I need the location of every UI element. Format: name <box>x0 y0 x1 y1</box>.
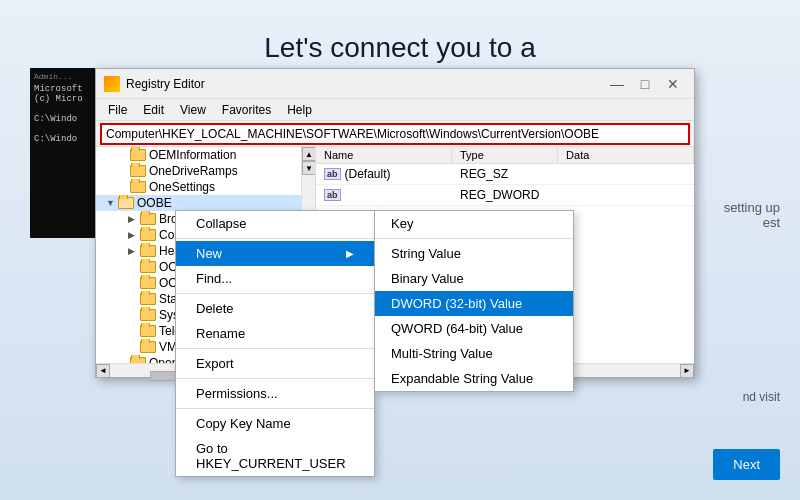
menu-file[interactable]: File <box>100 101 135 119</box>
ctx-divider-3 <box>176 348 374 349</box>
ab-icon: ab <box>324 168 341 180</box>
ctx-divider-2 <box>176 293 374 294</box>
ctx-export[interactable]: Export <box>176 351 374 376</box>
visit-text: nd visit <box>743 390 780 404</box>
submenu-new: Key String Value Binary Value DWORD (32-… <box>374 210 574 392</box>
menu-help[interactable]: Help <box>279 101 320 119</box>
submenu-string-value[interactable]: String Value <box>375 241 573 266</box>
value-row-dword[interactable]: ab REG_DWORD <box>316 185 694 206</box>
col-type: Type <box>452 147 558 163</box>
menu-view[interactable]: View <box>172 101 214 119</box>
ctx-copy-key[interactable]: Copy Key Name <box>176 411 374 436</box>
submenu-qword-value[interactable]: QWORD (64-bit) Value <box>375 316 573 341</box>
registry-title: Registry Editor <box>126 77 604 91</box>
scroll-left[interactable]: ◄ <box>96 364 110 378</box>
tree-item-onedrive[interactable]: OneDriveRamps <box>96 163 301 179</box>
next-button[interactable]: Next <box>713 449 780 480</box>
menu-favorites[interactable]: Favorites <box>214 101 279 119</box>
bg-subtitle: setting up est <box>724 200 780 230</box>
value-type-default: REG_SZ <box>452 166 558 182</box>
context-menu: Collapse New ▶ Find... Delete Rename Exp… <box>175 210 375 477</box>
value-data-default <box>558 166 694 182</box>
ctx-delete[interactable]: Delete <box>176 296 374 321</box>
ctx-permissions[interactable]: Permissions... <box>176 381 374 406</box>
value-row-default[interactable]: ab (Default) REG_SZ <box>316 164 694 185</box>
submenu-divider <box>375 238 573 239</box>
close-button[interactable]: ✕ <box>660 74 686 94</box>
titlebar-buttons: — □ ✕ <box>604 74 686 94</box>
tree-item-oem[interactable]: OEMInformation <box>96 147 301 163</box>
registry-icon <box>104 76 120 92</box>
col-data: Data <box>558 147 694 163</box>
submenu-multi-string[interactable]: Multi-String Value <box>375 341 573 366</box>
ctx-find[interactable]: Find... <box>176 266 374 291</box>
address-input[interactable] <box>100 123 690 145</box>
maximize-button[interactable]: □ <box>632 74 658 94</box>
minimize-button[interactable]: — <box>604 74 630 94</box>
ctx-rename[interactable]: Rename <box>176 321 374 346</box>
submenu-binary-value[interactable]: Binary Value <box>375 266 573 291</box>
submenu-arrow: ▶ <box>346 248 354 259</box>
values-header: Name Type Data <box>316 147 694 164</box>
submenu-dword-value[interactable]: DWORD (32-bit) Value <box>375 291 573 316</box>
ctx-divider-1 <box>176 238 374 239</box>
value-name-dword: ab <box>316 187 452 203</box>
address-bar <box>96 121 694 147</box>
submenu-expandable-string[interactable]: Expandable String Value <box>375 366 573 391</box>
registry-titlebar: Registry Editor — □ ✕ <box>96 69 694 99</box>
tree-item-oobe[interactable]: ▼ OOBE <box>96 195 301 211</box>
ctx-collapse[interactable]: Collapse <box>176 211 374 236</box>
value-type-dword: REG_DWORD <box>452 187 558 203</box>
value-data-dword <box>558 187 694 203</box>
tree-scroll-up[interactable]: ▲ <box>302 147 316 161</box>
menu-bar: File Edit View Favorites Help <box>96 99 694 121</box>
ctx-new[interactable]: New ▶ <box>176 241 374 266</box>
tree-item-onesettings[interactable]: OneSettings <box>96 179 301 195</box>
tree-scroll-down[interactable]: ▼ <box>302 161 316 175</box>
scroll-right[interactable]: ► <box>680 364 694 378</box>
col-name: Name <box>316 147 452 163</box>
value-name-default: ab (Default) <box>316 166 452 182</box>
submenu-key[interactable]: Key <box>375 211 573 236</box>
ctx-divider-4 <box>176 378 374 379</box>
ctx-goto-hkey[interactable]: Go to HKEY_CURRENT_USER <box>176 436 374 476</box>
menu-edit[interactable]: Edit <box>135 101 172 119</box>
ctx-divider-5 <box>176 408 374 409</box>
ab-icon-2: ab <box>324 189 341 201</box>
